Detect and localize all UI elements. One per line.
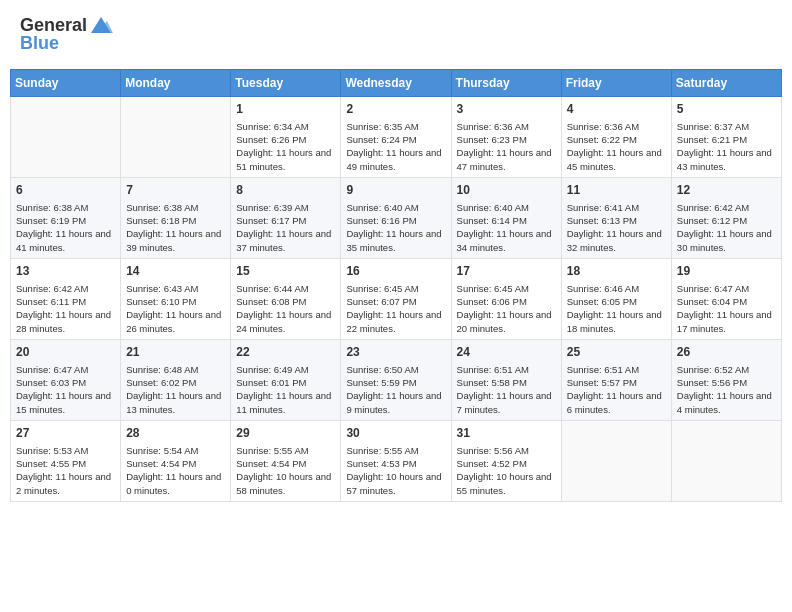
cell-info: Sunrise: 5:54 AMSunset: 4:54 PMDaylight:… [126, 444, 225, 497]
day-number: 12 [677, 182, 776, 199]
day-header-tuesday: Tuesday [231, 70, 341, 97]
day-number: 4 [567, 101, 666, 118]
calendar-cell: 13Sunrise: 6:42 AMSunset: 6:11 PMDayligh… [11, 258, 121, 339]
cell-info: Sunrise: 6:40 AMSunset: 6:16 PMDaylight:… [346, 201, 445, 254]
day-number: 14 [126, 263, 225, 280]
calendar-cell: 26Sunrise: 6:52 AMSunset: 5:56 PMDayligh… [671, 339, 781, 420]
day-number: 8 [236, 182, 335, 199]
day-number: 27 [16, 425, 115, 442]
day-number: 19 [677, 263, 776, 280]
calendar-table: SundayMondayTuesdayWednesdayThursdayFrid… [10, 69, 782, 502]
cell-info: Sunrise: 6:40 AMSunset: 6:14 PMDaylight:… [457, 201, 556, 254]
calendar-cell [561, 420, 671, 501]
day-number: 24 [457, 344, 556, 361]
day-number: 15 [236, 263, 335, 280]
calendar-cell [121, 97, 231, 178]
cell-info: Sunrise: 6:46 AMSunset: 6:05 PMDaylight:… [567, 282, 666, 335]
cell-info: Sunrise: 6:43 AMSunset: 6:10 PMDaylight:… [126, 282, 225, 335]
day-number: 30 [346, 425, 445, 442]
day-number: 6 [16, 182, 115, 199]
cell-info: Sunrise: 6:47 AMSunset: 6:03 PMDaylight:… [16, 363, 115, 416]
day-header-monday: Monday [121, 70, 231, 97]
calendar-cell: 30Sunrise: 5:55 AMSunset: 4:53 PMDayligh… [341, 420, 451, 501]
calendar-cell: 22Sunrise: 6:49 AMSunset: 6:01 PMDayligh… [231, 339, 341, 420]
calendar-cell: 25Sunrise: 6:51 AMSunset: 5:57 PMDayligh… [561, 339, 671, 420]
cell-info: Sunrise: 6:36 AMSunset: 6:22 PMDaylight:… [567, 120, 666, 173]
day-number: 22 [236, 344, 335, 361]
day-header-saturday: Saturday [671, 70, 781, 97]
calendar-week-5: 27Sunrise: 5:53 AMSunset: 4:55 PMDayligh… [11, 420, 782, 501]
calendar-cell: 19Sunrise: 6:47 AMSunset: 6:04 PMDayligh… [671, 258, 781, 339]
cell-info: Sunrise: 6:39 AMSunset: 6:17 PMDaylight:… [236, 201, 335, 254]
cell-info: Sunrise: 6:37 AMSunset: 6:21 PMDaylight:… [677, 120, 776, 173]
day-number: 11 [567, 182, 666, 199]
calendar-week-3: 13Sunrise: 6:42 AMSunset: 6:11 PMDayligh… [11, 258, 782, 339]
logo: General Blue [20, 15, 115, 54]
calendar-cell: 12Sunrise: 6:42 AMSunset: 6:12 PMDayligh… [671, 177, 781, 258]
day-number: 3 [457, 101, 556, 118]
calendar-cell: 1Sunrise: 6:34 AMSunset: 6:26 PMDaylight… [231, 97, 341, 178]
cell-info: Sunrise: 6:34 AMSunset: 6:26 PMDaylight:… [236, 120, 335, 173]
calendar-cell: 21Sunrise: 6:48 AMSunset: 6:02 PMDayligh… [121, 339, 231, 420]
day-number: 28 [126, 425, 225, 442]
calendar-cell: 28Sunrise: 5:54 AMSunset: 4:54 PMDayligh… [121, 420, 231, 501]
cell-info: Sunrise: 6:44 AMSunset: 6:08 PMDaylight:… [236, 282, 335, 335]
calendar-cell: 20Sunrise: 6:47 AMSunset: 6:03 PMDayligh… [11, 339, 121, 420]
calendar-cell: 14Sunrise: 6:43 AMSunset: 6:10 PMDayligh… [121, 258, 231, 339]
cell-info: Sunrise: 5:55 AMSunset: 4:54 PMDaylight:… [236, 444, 335, 497]
cell-info: Sunrise: 6:51 AMSunset: 5:57 PMDaylight:… [567, 363, 666, 416]
day-header-wednesday: Wednesday [341, 70, 451, 97]
day-number: 31 [457, 425, 556, 442]
calendar-cell: 7Sunrise: 6:38 AMSunset: 6:18 PMDaylight… [121, 177, 231, 258]
calendar-cell: 3Sunrise: 6:36 AMSunset: 6:23 PMDaylight… [451, 97, 561, 178]
cell-info: Sunrise: 6:50 AMSunset: 5:59 PMDaylight:… [346, 363, 445, 416]
day-number: 9 [346, 182, 445, 199]
logo-icon [87, 15, 115, 37]
cell-info: Sunrise: 6:48 AMSunset: 6:02 PMDaylight:… [126, 363, 225, 416]
calendar-cell: 18Sunrise: 6:46 AMSunset: 6:05 PMDayligh… [561, 258, 671, 339]
calendar-cell: 15Sunrise: 6:44 AMSunset: 6:08 PMDayligh… [231, 258, 341, 339]
cell-info: Sunrise: 6:41 AMSunset: 6:13 PMDaylight:… [567, 201, 666, 254]
cell-info: Sunrise: 6:42 AMSunset: 6:11 PMDaylight:… [16, 282, 115, 335]
day-number: 2 [346, 101, 445, 118]
day-number: 5 [677, 101, 776, 118]
day-number: 20 [16, 344, 115, 361]
cell-info: Sunrise: 5:53 AMSunset: 4:55 PMDaylight:… [16, 444, 115, 497]
cell-info: Sunrise: 6:47 AMSunset: 6:04 PMDaylight:… [677, 282, 776, 335]
day-number: 29 [236, 425, 335, 442]
cell-info: Sunrise: 6:51 AMSunset: 5:58 PMDaylight:… [457, 363, 556, 416]
cell-info: Sunrise: 6:52 AMSunset: 5:56 PMDaylight:… [677, 363, 776, 416]
calendar-cell: 29Sunrise: 5:55 AMSunset: 4:54 PMDayligh… [231, 420, 341, 501]
day-header-friday: Friday [561, 70, 671, 97]
cell-info: Sunrise: 6:35 AMSunset: 6:24 PMDaylight:… [346, 120, 445, 173]
cell-info: Sunrise: 6:36 AMSunset: 6:23 PMDaylight:… [457, 120, 556, 173]
calendar-week-1: 1Sunrise: 6:34 AMSunset: 6:26 PMDaylight… [11, 97, 782, 178]
day-number: 13 [16, 263, 115, 280]
calendar-cell: 6Sunrise: 6:38 AMSunset: 6:19 PMDaylight… [11, 177, 121, 258]
day-number: 10 [457, 182, 556, 199]
cell-info: Sunrise: 6:49 AMSunset: 6:01 PMDaylight:… [236, 363, 335, 416]
calendar-cell: 24Sunrise: 6:51 AMSunset: 5:58 PMDayligh… [451, 339, 561, 420]
day-number: 25 [567, 344, 666, 361]
calendar-cell: 4Sunrise: 6:36 AMSunset: 6:22 PMDaylight… [561, 97, 671, 178]
day-number: 18 [567, 263, 666, 280]
day-number: 17 [457, 263, 556, 280]
day-number: 7 [126, 182, 225, 199]
day-number: 26 [677, 344, 776, 361]
day-header-thursday: Thursday [451, 70, 561, 97]
day-number: 16 [346, 263, 445, 280]
day-number: 1 [236, 101, 335, 118]
calendar-cell: 11Sunrise: 6:41 AMSunset: 6:13 PMDayligh… [561, 177, 671, 258]
day-header-sunday: Sunday [11, 70, 121, 97]
cell-info: Sunrise: 5:56 AMSunset: 4:52 PMDaylight:… [457, 444, 556, 497]
calendar-cell [671, 420, 781, 501]
cell-info: Sunrise: 6:38 AMSunset: 6:19 PMDaylight:… [16, 201, 115, 254]
day-number: 21 [126, 344, 225, 361]
calendar-header: SundayMondayTuesdayWednesdayThursdayFrid… [11, 70, 782, 97]
calendar-cell: 23Sunrise: 6:50 AMSunset: 5:59 PMDayligh… [341, 339, 451, 420]
calendar-cell: 2Sunrise: 6:35 AMSunset: 6:24 PMDaylight… [341, 97, 451, 178]
calendar-week-4: 20Sunrise: 6:47 AMSunset: 6:03 PMDayligh… [11, 339, 782, 420]
calendar-cell: 5Sunrise: 6:37 AMSunset: 6:21 PMDaylight… [671, 97, 781, 178]
calendar-cell: 9Sunrise: 6:40 AMSunset: 6:16 PMDaylight… [341, 177, 451, 258]
calendar-cell: 17Sunrise: 6:45 AMSunset: 6:06 PMDayligh… [451, 258, 561, 339]
